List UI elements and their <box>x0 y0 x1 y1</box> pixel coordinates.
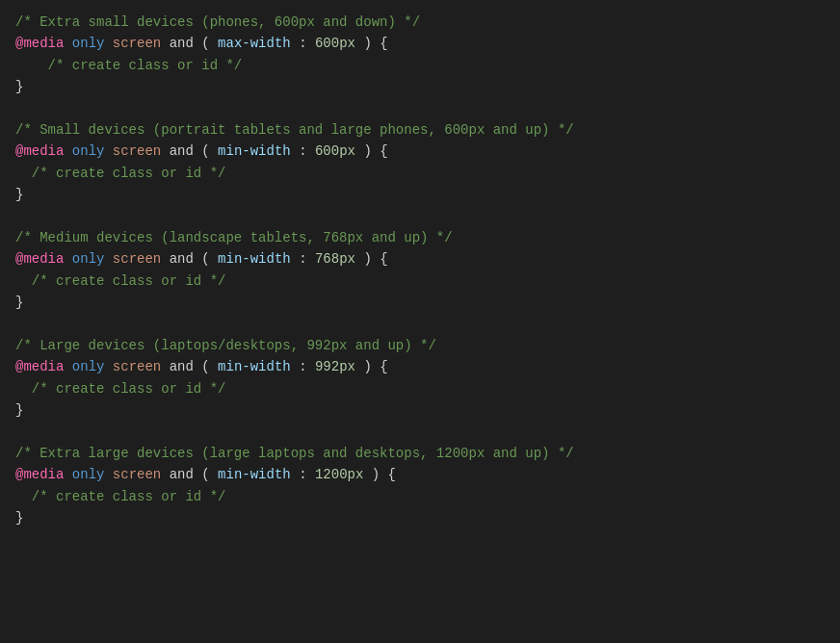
inner-comment-4: /* create class or id */ <box>15 381 225 397</box>
keyword-and-1: and <box>170 36 194 51</box>
property-2: min-width <box>218 143 291 159</box>
at-rule-3: @media <box>15 251 64 267</box>
close-brace-5: } <box>15 510 23 526</box>
at-rule-4: @media <box>15 359 64 374</box>
keyword-and-5: and <box>170 467 194 482</box>
property-5: min-width <box>218 467 291 482</box>
keyword-and-2: and <box>170 143 194 159</box>
comment-5: /* Extra large devices (large laptops an… <box>15 446 574 461</box>
media-line-5: @media only screen and ( min-width : 120… <box>15 467 396 482</box>
close-brace-4: } <box>15 402 23 418</box>
keyword-and-4: and <box>170 359 194 374</box>
value-5: 1200px <box>315 467 363 482</box>
close-brace-1: } <box>15 79 23 94</box>
code-block-1: /* Extra small devices (phones, 600px an… <box>15 12 825 98</box>
keyword-screen-2: screen <box>113 143 161 159</box>
comment-4: /* Large devices (laptops/desktops, 992p… <box>15 338 436 353</box>
inner-comment-5: /* create class or id */ <box>15 489 225 504</box>
comment-3: /* Medium devices (landscape tablets, 76… <box>15 230 453 245</box>
media-line-3: @media only screen and ( min-width : 768… <box>15 251 388 267</box>
property-1: max-width <box>218 36 291 51</box>
close-brace-3: } <box>15 295 23 310</box>
keyword-only-2: only <box>72 143 105 159</box>
property-3: min-width <box>218 251 291 267</box>
media-line-2: @media only screen and ( min-width : 600… <box>15 143 388 159</box>
close-brace-2: } <box>15 187 23 202</box>
keyword-only-4: only <box>72 359 105 374</box>
keyword-only-3: only <box>72 251 105 267</box>
at-rule-5: @media <box>15 467 64 482</box>
value-2: 600px <box>315 143 355 159</box>
code-block-3: /* Medium devices (landscape tablets, 76… <box>15 227 825 314</box>
keyword-screen-5: screen <box>113 467 161 482</box>
property-4: min-width <box>218 359 291 374</box>
comment-1: /* Extra small devices (phones, 600px an… <box>15 14 420 30</box>
code-block-4: /* Large devices (laptops/desktops, 992p… <box>15 335 825 422</box>
value-3: 768px <box>315 251 355 267</box>
code-block-2: /* Small devices (portrait tablets and l… <box>15 119 825 206</box>
value-1: 600px <box>315 36 355 51</box>
keyword-screen-4: screen <box>113 359 161 374</box>
at-rule-1: @media <box>15 36 64 51</box>
keyword-only-1: only <box>72 36 105 51</box>
at-rule-2: @media <box>15 143 64 159</box>
keyword-screen-3: screen <box>113 251 161 267</box>
keyword-and-3: and <box>170 251 194 267</box>
inner-comment-3: /* create class or id */ <box>15 273 225 289</box>
keyword-screen-1: screen <box>113 36 161 51</box>
media-line-1: @media only screen and ( max-width : 600… <box>15 36 388 51</box>
inner-comment-1: /* create class or id */ <box>15 58 242 73</box>
code-block-5: /* Extra large devices (large laptops an… <box>15 443 825 529</box>
media-line-4: @media only screen and ( min-width : 992… <box>15 359 388 374</box>
comment-2: /* Small devices (portrait tablets and l… <box>15 122 574 138</box>
value-4: 992px <box>315 359 355 374</box>
inner-comment-2: /* create class or id */ <box>15 166 225 181</box>
code-editor: /* Extra small devices (phones, 600px an… <box>0 0 840 643</box>
keyword-only-5: only <box>72 467 105 482</box>
